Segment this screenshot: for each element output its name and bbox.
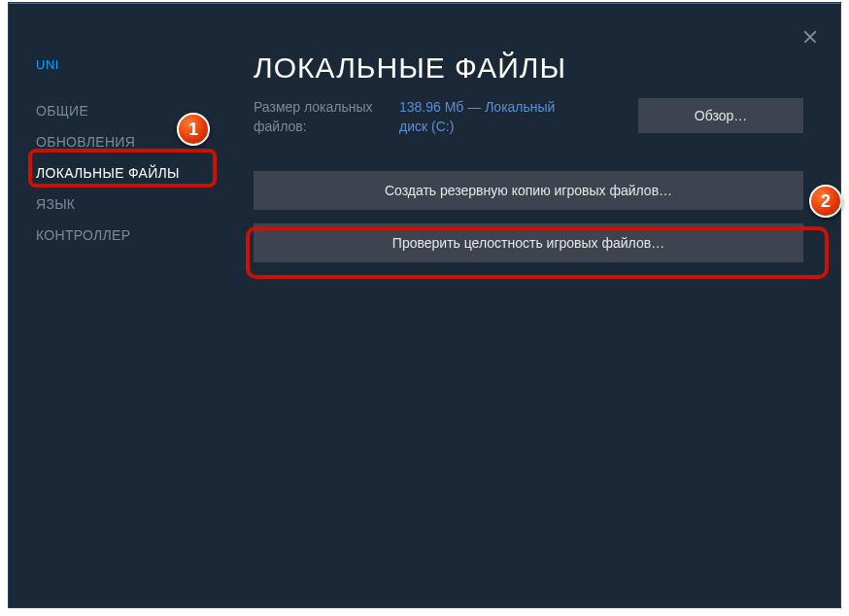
- properties-window: UNI ОБЩИЕ ОБНОВЛЕНИЯ ЛОКАЛЬНЫЕ ФАЙЛЫ ЯЗЫ…: [8, 2, 841, 608]
- sidebar-item-language[interactable]: ЯЗЫК: [32, 188, 217, 220]
- local-size-row: Размер локальных файлов: 138.96 Мб — Лок…: [254, 98, 803, 136]
- sidebar-item-general[interactable]: ОБЩИЕ: [32, 95, 217, 126]
- backup-files-button[interactable]: Создать резервную копию игровых файлов…: [254, 171, 803, 210]
- content-area: UNI ОБЩИЕ ОБНОВЛЕНИЯ ЛОКАЛЬНЫЕ ФАЙЛЫ ЯЗЫ…: [9, 3, 840, 607]
- verify-integrity-button[interactable]: Проверить целостность игровых файлов…: [254, 223, 803, 262]
- sidebar-item-controller[interactable]: КОНТРОЛЛЕР: [32, 220, 217, 251]
- app-name: UNI: [36, 57, 217, 72]
- sidebar-item-updates[interactable]: ОБНОВЛЕНИЯ: [32, 126, 217, 157]
- local-size-label: Размер локальных файлов:: [254, 98, 399, 136]
- close-icon[interactable]: [803, 30, 817, 44]
- main-panel: ЛОКАЛЬНЫЕ ФАЙЛЫ Размер локальных файлов:…: [217, 51, 817, 584]
- sidebar-item-local-files[interactable]: ЛОКАЛЬНЫЕ ФАЙЛЫ: [32, 157, 217, 188]
- window-top-accent: [9, 3, 840, 4]
- sidebar: UNI ОБЩИЕ ОБНОВЛЕНИЯ ЛОКАЛЬНЫЕ ФАЙЛЫ ЯЗЫ…: [32, 51, 217, 584]
- page-title: ЛОКАЛЬНЫЕ ФАЙЛЫ: [254, 51, 803, 85]
- browse-button[interactable]: Обзор…: [638, 98, 803, 133]
- local-size-value: 138.96 Мб — Локальный диск (C:): [399, 98, 574, 136]
